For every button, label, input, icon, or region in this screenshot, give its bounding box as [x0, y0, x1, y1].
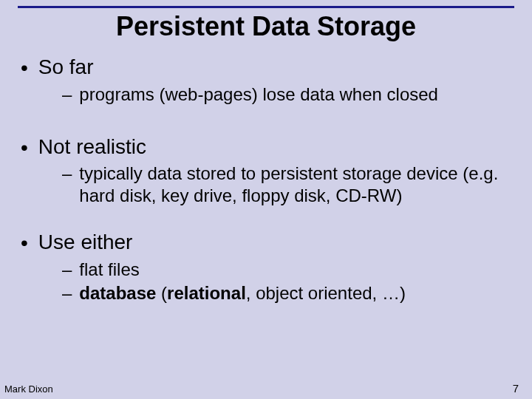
footer-author: Mark Dixon [4, 383, 53, 395]
sub-database: – database (relational, object oriented,… [62, 282, 511, 304]
bullet-text: Use either [38, 231, 133, 254]
dash-icon: – [62, 259, 72, 281]
bullet-not-realistic: • Not realistic [21, 135, 511, 160]
bullet-dot-icon: • [21, 55, 28, 81]
sub-lose-data: – programs (web-pages) lose data when cl… [62, 83, 511, 106]
sub-text: typically data stored to persistent stor… [79, 163, 511, 207]
slide-title: Persistent Data Storage [0, 11, 532, 42]
slide-content: • So far – programs (web-pages) lose dat… [0, 55, 532, 304]
bold-database: database [79, 283, 156, 303]
bold-relational: relational [167, 283, 246, 303]
rest-text: , object oriented, …) [246, 283, 406, 303]
bullet-use-either: • Use either [21, 231, 511, 256]
sub-persistent-storage: – typically data stored to persistent st… [62, 163, 511, 207]
paren-open: ( [156, 283, 167, 303]
dash-icon: – [62, 282, 72, 304]
bullet-dot-icon: • [21, 231, 28, 256]
dash-icon: – [62, 163, 72, 185]
bullet-dot-icon: • [21, 135, 28, 160]
bullet-so-far: • So far [21, 55, 511, 81]
bullet-text: So far [38, 55, 94, 79]
dash-icon: – [62, 83, 72, 106]
footer-page-number: 7 [513, 382, 519, 395]
sub-flat-files: – flat files [62, 259, 511, 281]
sub-text: programs (web-pages) lose data when clos… [79, 83, 438, 106]
title-rule [18, 6, 514, 8]
bullet-text: Not realistic [38, 135, 146, 159]
sub-text: database (relational, object oriented, …… [79, 282, 406, 304]
sub-text: flat files [79, 259, 139, 281]
